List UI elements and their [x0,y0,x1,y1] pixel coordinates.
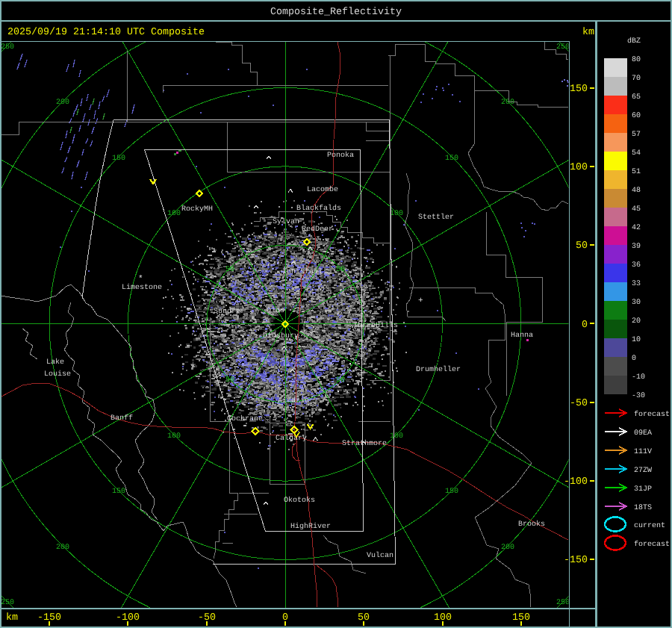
svg-text:Strathmore: Strathmore [342,439,387,448]
svg-text:Drumheller: Drumheller [416,365,461,374]
svg-text:forecast: forecast [634,410,670,419]
svg-text:39: 39 [632,243,641,251]
svg-text:27ZW: 27ZW [634,467,652,475]
svg-text:Innisfail: Innisfail [282,267,323,276]
svg-text:70: 70 [632,75,641,83]
svg-text:65: 65 [632,93,641,102]
svg-text:150: 150 [112,488,125,496]
svg-text:+: + [418,296,423,305]
svg-text:100: 100 [390,210,403,218]
svg-text:km: km [6,612,18,624]
svg-text:Airdrie: Airdrie [278,397,309,405]
svg-text:Sylvan: Sylvan [273,217,299,226]
svg-text:20: 20 [632,317,641,326]
svg-text:Limestone: Limestone [122,283,162,292]
svg-text:150: 150 [570,84,588,95]
svg-text:18TS: 18TS [634,504,652,512]
svg-text:Cochrane: Cochrane [227,414,263,423]
svg-text:0: 0 [632,355,636,363]
svg-text:Stettler: Stettler [418,213,454,222]
svg-text:250: 250 [556,43,570,52]
svg-text:current: current [634,522,665,530]
svg-text:36: 36 [632,261,641,270]
svg-text:Vulcan: Vulcan [367,551,393,560]
svg-text:100: 100 [570,162,588,173]
svg-text:-30: -30 [632,392,645,400]
svg-text:*: * [138,275,143,284]
svg-text:42: 42 [632,224,641,232]
svg-text:57: 57 [632,131,641,139]
svg-text:50: 50 [225,266,234,274]
svg-text:Hanna: Hanna [511,332,533,340]
svg-text:Brooks: Brooks [518,520,545,529]
svg-text:250: 250 [556,599,570,607]
svg-text:100: 100 [390,432,403,441]
svg-text:51: 51 [632,168,641,176]
svg-text:Blackfalds: Blackfalds [296,204,341,213]
svg-text:200: 200 [56,99,69,107]
svg-text:RockyMH: RockyMH [181,205,213,214]
svg-text:-10: -10 [632,373,645,382]
svg-text:Okotoks: Okotoks [284,496,315,505]
svg-text:200: 200 [56,544,69,552]
svg-text:Ponoka: Ponoka [327,151,354,160]
svg-text:Banff: Banff [111,414,133,423]
svg-text:-150: -150 [564,555,588,566]
svg-text:150: 150 [445,155,458,163]
svg-text:200: 200 [501,99,514,107]
svg-text:Louise: Louise [44,370,71,379]
svg-text:Lacombe: Lacombe [307,185,338,194]
svg-text:km: km [582,27,594,38]
svg-text:09EA: 09EA [634,429,652,438]
svg-text:ThreeHills: ThreeHills [353,321,398,330]
svg-text:31JP: 31JP [634,485,652,494]
svg-text:50: 50 [336,376,345,385]
svg-text:RedDeer: RedDeer [302,225,333,234]
svg-text:forecast: forecast [634,540,670,549]
svg-text:60: 60 [632,112,641,120]
svg-text:-100: -100 [564,476,588,488]
svg-text:Lake: Lake [46,358,64,367]
svg-text:Calgary: Calgary [276,434,307,443]
svg-text:33: 33 [632,280,641,288]
svg-text:2025/09/19 21:14:10 UTC Compos: 2025/09/19 21:14:10 UTC Composite [7,27,205,38]
svg-text:50: 50 [336,266,345,274]
svg-text:45: 45 [632,205,641,214]
svg-text:111V: 111V [634,448,652,456]
svg-text:*: * [352,253,357,262]
svg-text:250: 250 [1,43,14,52]
svg-text:Composite_Reflectivity: Composite_Reflectivity [270,7,402,18]
svg-text:Didsbury: Didsbury [263,332,299,341]
svg-text:200: 200 [501,544,514,552]
svg-text:150: 150 [445,488,458,496]
svg-text:HighRiver: HighRiver [290,522,331,531]
svg-text:80: 80 [632,56,641,64]
svg-text:Sundre: Sundre [214,307,240,316]
svg-text:0: 0 [582,320,588,331]
svg-text:30: 30 [632,299,641,307]
svg-text:50: 50 [225,376,234,385]
svg-text:-50: -50 [570,398,588,409]
svg-text:100: 100 [167,210,181,218]
svg-text:Olds: Olds [267,306,284,315]
svg-text:100: 100 [167,432,181,441]
svg-text:48: 48 [632,187,641,195]
svg-text:250: 250 [1,599,14,607]
svg-text:50: 50 [576,240,588,252]
svg-text:150: 150 [112,155,125,163]
svg-text:10: 10 [632,336,641,344]
svg-text:dBZ: dBZ [627,37,641,46]
svg-text:54: 54 [632,149,641,158]
